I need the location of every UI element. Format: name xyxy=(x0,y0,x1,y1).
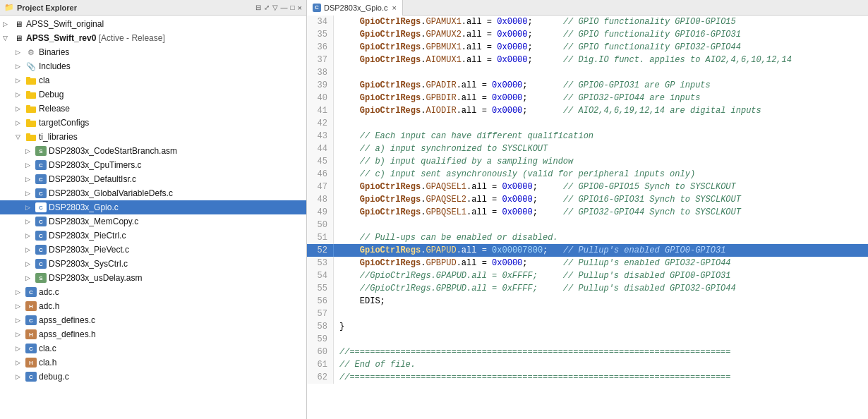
tree-item-cla[interactable]: ▷ cla xyxy=(0,73,306,87)
line-number: 47 xyxy=(307,181,334,193)
arrow-icon: ▷ xyxy=(16,345,25,352)
line-content xyxy=(334,219,344,231)
editor-content[interactable]: 34 GpioCtrlRegs.GPAMUX1.all = 0x0000; //… xyxy=(307,16,868,419)
panel-header-icon: 📁 xyxy=(4,3,14,12)
code-line-34: 34 GpioCtrlRegs.GPAMUX1.all = 0x0000; //… xyxy=(307,16,868,28)
tree-item-codestartbranch[interactable]: ▷ S DSP2803x_CodeStartBranch.asm xyxy=(0,144,306,158)
line-content: //======================================… xyxy=(334,346,731,358)
tree-item-cla-h[interactable]: ▷ H cla.h xyxy=(0,356,306,370)
svg-rect-1 xyxy=(26,77,30,80)
panel-restore-icon[interactable]: □ xyxy=(291,4,295,11)
tree-item-usdelay[interactable]: ▷ S DSP2803x_usDelay.asm xyxy=(0,271,306,285)
tree-item-apss-swift-original[interactable]: ▷ 🖥 APSS_Swift_original xyxy=(0,17,306,31)
file-c-icon: C xyxy=(35,174,47,184)
line-content: GpioCtrlRegs.AIOMUX1.all = 0x0000; // Di… xyxy=(334,54,792,66)
line-number: 46 xyxy=(307,168,334,181)
tree-item-defaultisr[interactable]: ▷ C DSP2803x_DefaultIsr.c xyxy=(0,172,306,186)
tree-item-label: adc.h xyxy=(39,301,59,311)
tree-item-adc-c[interactable]: ▷ C adc.c xyxy=(0,285,306,299)
panel-minimize2-icon[interactable]: — xyxy=(281,4,288,11)
line-number: 62 xyxy=(307,371,334,384)
line-number: 44 xyxy=(307,142,334,155)
panel-maximize-icon[interactable]: ⤢ xyxy=(264,4,270,11)
tree-item-cla-c[interactable]: ▷ C cla.c xyxy=(0,341,306,356)
arrow-icon: ▷ xyxy=(25,274,35,281)
line-content: GpioCtrlRegs.AIODIR.all = 0x0000; // AIO… xyxy=(334,104,761,117)
tree-item-apss-defines-h[interactable]: ▷ H apss_defines.h xyxy=(0,327,306,341)
file-c-icon: C xyxy=(25,372,37,382)
line-number: 38 xyxy=(307,66,334,79)
line-content: // Each input can have different qualifi… xyxy=(334,130,593,142)
tree-item-label: APSS_Swift_original xyxy=(26,19,104,29)
arrow-icon: ▷ xyxy=(16,63,25,70)
tree-item-apss-defines-c[interactable]: ▷ C apss_defines.c xyxy=(0,313,306,327)
line-number: 51 xyxy=(307,231,334,244)
panel-menu-icon[interactable]: ▽ xyxy=(272,4,278,11)
code-line-62: 62 //===================================… xyxy=(307,371,868,384)
tree-item-piectrl[interactable]: ▷ C DSP2803x_PieCtrl.c xyxy=(0,229,306,243)
line-content: // c) input sent asynchronously (valid f… xyxy=(334,168,695,181)
tree-item-label: targetConfigs xyxy=(39,118,89,128)
includes-icon: 📎 xyxy=(25,61,37,72)
line-number: 41 xyxy=(307,104,334,117)
tab-close-icon[interactable]: × xyxy=(392,4,397,12)
line-number: 61 xyxy=(307,358,334,371)
panel-minimize-icon[interactable]: ⊟ xyxy=(255,4,261,11)
tree-item-label: DSP2803x_MemCopy.c xyxy=(49,217,138,226)
arrow-icon: ▽ xyxy=(16,133,25,140)
line-content: //GpioCtrlRegs.GPBPUD.all = 0xFFFF; // P… xyxy=(334,282,736,295)
arrow-icon: ▷ xyxy=(16,303,25,310)
line-content: EDIS; xyxy=(334,295,385,308)
editor-tab-bar: C DSP2803x_Gpio.c × xyxy=(307,0,868,16)
file-c-icon: C xyxy=(35,217,47,226)
code-line-36: 36 GpioCtrlRegs.GPBMUX1.all = 0x0000; //… xyxy=(307,41,868,54)
main-layout: 📁 Project Explorer ⊟ ⤢ ▽ — □ × ▷ 🖥 APSS_… xyxy=(0,0,868,419)
arrow-icon: ▽ xyxy=(3,35,13,42)
arrow-icon: ▷ xyxy=(25,162,35,169)
tab-file-icon: C xyxy=(313,4,321,12)
tree-item-label: DSP2803x_GlobalVariableDefs.c xyxy=(49,188,173,198)
editor-tab[interactable]: C DSP2803x_Gpio.c × xyxy=(307,0,403,16)
tree-item-pievect[interactable]: ▷ C DSP2803x_PieVect.c xyxy=(0,243,306,257)
file-c-icon: C xyxy=(35,259,47,269)
tree-item-debug-c[interactable]: ▷ C debug.c xyxy=(0,370,306,384)
code-line-43: 43 // Each input can have different qual… xyxy=(307,130,868,142)
line-number: 55 xyxy=(307,282,334,295)
file-h-icon: H xyxy=(25,358,37,368)
tree-item-targetconfigs[interactable]: ▷ targetConfigs xyxy=(0,116,306,130)
line-content: GpioCtrlRegs.GPAQSEL2.all = 0x0000; // G… xyxy=(334,193,741,206)
tree-item-binaries[interactable]: ▷ ⚙ Binaries xyxy=(0,45,306,59)
folder-icon xyxy=(25,75,37,86)
code-line-53: 53 GpioCtrlRegs.GPBPUD.all = 0x0000; // … xyxy=(307,257,868,269)
line-number: 59 xyxy=(307,333,334,346)
line-content: } xyxy=(334,320,344,333)
project-explorer-panel: 📁 Project Explorer ⊟ ⤢ ▽ — □ × ▷ 🖥 APSS_… xyxy=(0,0,307,419)
tree-item-globalvariabledefs[interactable]: ▷ C DSP2803x_GlobalVariableDefs.c xyxy=(0,186,306,200)
line-number: 45 xyxy=(307,155,334,168)
code-line-40: 40 GpioCtrlRegs.GPBDIR.all = 0x0000; // … xyxy=(307,92,868,104)
svg-rect-7 xyxy=(26,119,30,122)
arrow-icon: ▷ xyxy=(16,105,25,112)
tree-item-release[interactable]: ▷ Release xyxy=(0,102,306,116)
tree-item-memcopy[interactable]: ▷ C DSP2803x_MemCopy.c xyxy=(0,214,306,229)
line-content xyxy=(334,117,344,130)
tree-item-ti-libraries[interactable]: ▽ ti_libraries xyxy=(0,130,306,144)
tree-item-adc-h[interactable]: ▷ H adc.h xyxy=(0,299,306,313)
project-tree[interactable]: ▷ 🖥 APSS_Swift_original ▽ 🖥 APSS_Swift_r… xyxy=(0,16,306,419)
file-h-icon: H xyxy=(25,301,37,311)
line-content: GpioCtrlRegs.GPAPUD.all = 0x00007800; //… xyxy=(334,244,725,257)
tree-item-sysctrl[interactable]: ▷ C DSP2803x_SysCtrl.c xyxy=(0,257,306,271)
tree-item-label: DSP2803x_CodeStartBranch.asm xyxy=(49,146,177,156)
tree-item-cputimers[interactable]: ▷ C DSP2803x_CpuTimers.c xyxy=(0,158,306,172)
tree-item-label: DSP2803x_CpuTimers.c xyxy=(49,160,142,170)
panel-close-icon[interactable]: × xyxy=(298,4,302,12)
arrow-icon: ▷ xyxy=(16,331,25,338)
tree-item-label: cla.h xyxy=(39,358,56,368)
line-content: GpioCtrlRegs.GPBDIR.all = 0x0000; // GPI… xyxy=(334,92,700,104)
tree-item-gpio[interactable]: ▷ C DSP2803x_Gpio.c xyxy=(0,200,306,214)
file-asm-icon: S xyxy=(35,146,47,156)
tree-item-includes[interactable]: ▷ 📎 Includes xyxy=(0,59,306,73)
line-content xyxy=(334,333,344,346)
tree-item-apss-swift-rev0[interactable]: ▽ 🖥 APSS_Swift_rev0 [Active - Release] xyxy=(0,31,306,45)
tree-item-debug[interactable]: ▷ Debug xyxy=(0,87,306,102)
